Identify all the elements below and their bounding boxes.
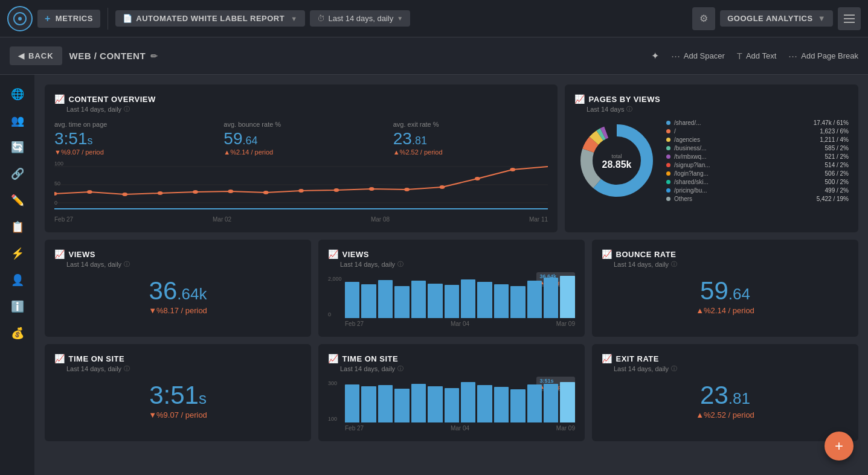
back-button[interactable]: ◀ BACK (10, 46, 62, 65)
time-stat-title: 📈 TIME ON SITE (54, 354, 301, 363)
page-break-icon: ⋯ (788, 51, 797, 62)
pages-chart-icon: 📈 (574, 94, 585, 104)
legend-values: 500 / 2% (825, 179, 849, 185)
sidebar-item-edit[interactable]: ✏️ (5, 188, 30, 212)
legend-values: 5,422 / 19% (817, 196, 849, 202)
bounce-rate-card: 📈 BOUNCE RATE Last 14 days, daily ⓘ 59.6… (592, 240, 858, 337)
avg-time-metric: avg. time on page 3:51s ▼%9.07 / period (54, 121, 209, 156)
time-icon: 📈 (54, 354, 65, 363)
sub-nav: ◀ BACK WEB / CONTENT ✏ ✦ ⋯ Add Spacer T … (0, 37, 868, 75)
settings-button[interactable]: ⚙ (692, 7, 715, 30)
line-chart: 100 50 0 (54, 161, 548, 215)
sidebar-item-globe[interactable]: 🌐 (5, 82, 30, 106)
main-layout: 🌐 👥 🔄 🔗 ✏️ 📋 ⚡ 👤 ℹ️ 💰 (0, 75, 868, 475)
legend-item: /business/... 585 / 2% (666, 145, 849, 151)
sidebar-item-users[interactable]: 👥 (5, 109, 30, 133)
add-spacer-action[interactable]: ⋯ Add Spacer (671, 51, 725, 62)
menu-button[interactable] (838, 7, 861, 30)
metrics-nav[interactable]: + METRICS (37, 10, 100, 28)
exit-rate-subtitle: Last 14 days, daily ⓘ (614, 365, 849, 373)
bottom-row: 📈 TIME ON SITE Last 14 days, daily ⓘ 3:5… (45, 344, 858, 441)
pages-info-circle: ⓘ (626, 105, 632, 113)
avg-bounce-change: ▲%2.14 / period (223, 148, 378, 156)
avg-time-value: 3:51 (54, 129, 88, 148)
legend-values: 521 / 2% (825, 153, 849, 160)
pages-by-views-title: 📈 PAGES BY VIEWS (574, 94, 849, 104)
views-chart-icon: 📈 (328, 249, 339, 259)
sidebar-item-user[interactable]: 👤 (5, 268, 30, 292)
time-stat-value: 3:51s (54, 383, 301, 408)
svg-text:total: total (612, 153, 622, 159)
views-stat-card: 📈 VIEWS Last 14 days, daily ⓘ 36.64k ▼%8… (45, 240, 311, 337)
legend-dot (666, 146, 670, 150)
bar (345, 384, 359, 422)
donut-chart: total 28.85k (574, 118, 659, 203)
fab-add-button[interactable]: + (825, 432, 854, 461)
legend-values: 506 / 2% (825, 170, 849, 177)
flash-icon: ⚡ (11, 247, 24, 260)
svg-point-4 (87, 190, 92, 194)
logo-button[interactable] (7, 6, 33, 31)
svg-point-12 (369, 187, 375, 191)
bar-y-label: 2,000 (328, 276, 342, 282)
report-nav[interactable]: 📄 AUTOMATED WHITE LABEL REPORT ▼ (115, 10, 305, 27)
legend-values: 499 / 2% (825, 187, 849, 194)
logo-dot (18, 17, 22, 21)
bar-y-label-zero: 0 (328, 311, 331, 317)
bar (394, 286, 409, 318)
views-stat-subtitle: Last 14 days, daily ⓘ (66, 260, 301, 269)
svg-point-13 (404, 188, 410, 191)
svg-point-15 (475, 177, 480, 180)
analytics-label: GOOGLE ANALYTICS (727, 14, 812, 23)
svg-point-9 (263, 191, 269, 194)
avg-bounce-decimal: .64 (243, 135, 258, 147)
bar (494, 284, 509, 318)
exit-rate-title: 📈 EXIT RATE (602, 354, 849, 363)
x-axis-labels: Feb 27 Mar 02 Mar 08 Mar 11 (54, 216, 548, 223)
bar (544, 278, 558, 318)
info-circle: ⓘ (124, 105, 130, 113)
content-overview-title: 📈 CONTENT OVERVIEW (54, 94, 548, 104)
legend-dot (666, 121, 670, 125)
exit-rate-change: ▲%2.52 / period (602, 410, 849, 419)
svg-point-5 (122, 193, 127, 196)
report-arrow: ▼ (291, 15, 297, 22)
sidebar-item-info[interactable]: ℹ️ (5, 295, 30, 319)
time-y-label-mid: 100 (328, 416, 337, 422)
bounce-rate-subtitle: Last 14 days, daily ⓘ (614, 260, 849, 269)
magic-icon-action[interactable]: ✦ (651, 50, 659, 62)
legend-name: / (674, 128, 816, 135)
sidebar-item-refresh[interactable]: 🔄 (5, 135, 30, 159)
bar (361, 284, 376, 318)
legend-name: Others (674, 196, 813, 202)
money-icon: 💰 (11, 327, 24, 340)
time-chart-title: 📈 TIME ON SITE (328, 354, 575, 363)
add-text-action[interactable]: T Add Text (737, 51, 777, 61)
sidebar-item-money[interactable]: 💰 (5, 321, 30, 345)
text-icon: T (737, 51, 742, 61)
avg-bounce-metric: avg. bounce rate % 59.64 ▲%2.14 / period (223, 121, 378, 156)
metrics-row: avg. time on page 3:51s ▼%9.07 / period … (54, 121, 548, 156)
sidebar-item-list[interactable]: 📋 (5, 215, 30, 239)
add-page-break-action[interactable]: ⋯ Add Page Break (788, 51, 858, 62)
bar (345, 282, 359, 318)
legend-item: /pricing/bu... 499 / 2% (666, 187, 849, 194)
sidebar: 🌐 👥 🔄 🔗 ✏️ 📋 ⚡ 👤 ℹ️ 💰 (0, 75, 35, 475)
link-icon: 🔗 (11, 167, 24, 180)
add-icon: + (45, 13, 51, 24)
bar (428, 386, 442, 422)
analytics-selector[interactable]: GOOGLE ANALYTICS ▼ (720, 10, 833, 27)
exit-rate-value: 23.81 (602, 383, 849, 408)
refresh-icon: 🔄 (11, 141, 24, 154)
edit-icon[interactable]: ✏ (150, 51, 158, 61)
breadcrumb-text: WEB / CONTENT (69, 51, 146, 61)
time-stat-card: 📈 TIME ON SITE Last 14 days, daily ⓘ 3:5… (45, 344, 311, 441)
back-label: BACK (28, 51, 54, 60)
legend-item: /shared/... 17.47k / 61% (666, 120, 849, 126)
hamburger-line (844, 18, 855, 19)
clock-icon: ⏱ (317, 14, 325, 23)
sidebar-item-flash[interactable]: ⚡ (5, 241, 30, 266)
time-selector[interactable]: ⏱ Last 14 days, daily ▼ (310, 10, 411, 27)
legend-dot (666, 197, 670, 201)
sidebar-item-link[interactable]: 🔗 (5, 162, 30, 186)
